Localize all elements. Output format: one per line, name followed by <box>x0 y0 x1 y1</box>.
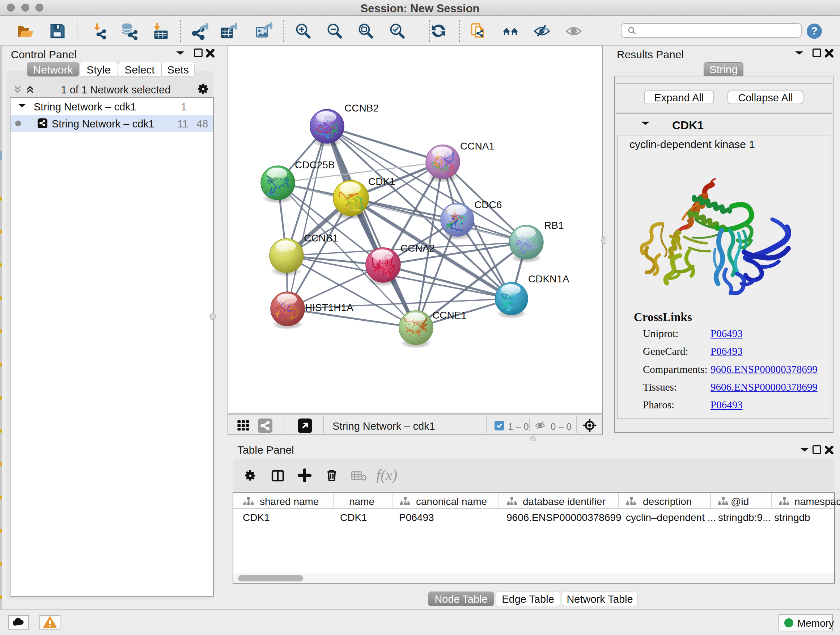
svg-text:CCNE1: CCNE1 <box>432 310 467 321</box>
svg-text:?: ? <box>811 25 818 36</box>
svg-text:CCNB2: CCNB2 <box>344 103 379 114</box>
svg-text:CCNA2: CCNA2 <box>401 242 435 254</box>
svg-text:CDC6: CDC6 <box>474 199 502 211</box>
svg-text:CCNA1: CCNA1 <box>460 141 494 152</box>
svg-text:CDC25B: CDC25B <box>295 159 335 171</box>
svg-text:RB1: RB1 <box>544 220 564 231</box>
svg-text:HIST1H1A: HIST1H1A <box>305 302 354 313</box>
svg-text:CDKN1A: CDKN1A <box>528 273 569 285</box>
svg-text:CDK1: CDK1 <box>368 176 395 187</box>
svg-text:CCNB1: CCNB1 <box>304 233 338 244</box>
